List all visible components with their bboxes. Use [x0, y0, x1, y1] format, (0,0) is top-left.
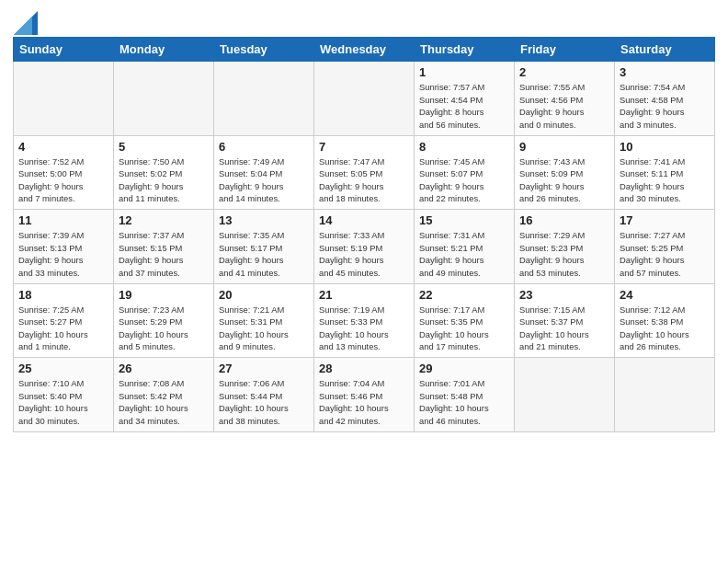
cell-info: Sunrise: 7:41 AM Sunset: 5:11 PM Dayligh…	[620, 155, 710, 206]
calendar-cell: 14Sunrise: 7:33 AM Sunset: 5:19 PM Dayli…	[314, 210, 415, 284]
day-number: 23	[519, 288, 609, 302]
col-tuesday: Tuesday	[214, 38, 314, 62]
calendar-cell: 10Sunrise: 7:41 AM Sunset: 5:11 PM Dayli…	[615, 135, 715, 210]
day-number: 7	[319, 140, 409, 154]
calendar-cell: 25Sunrise: 7:10 AM Sunset: 5:40 PM Dayli…	[14, 358, 114, 432]
calendar-cell: 20Sunrise: 7:21 AM Sunset: 5:31 PM Dayli…	[214, 283, 314, 358]
cell-info: Sunrise: 7:06 AM Sunset: 5:44 PM Dayligh…	[219, 377, 309, 428]
calendar-cell: 6Sunrise: 7:49 AM Sunset: 5:04 PM Daylig…	[214, 135, 314, 210]
calendar-cell	[114, 62, 214, 136]
cell-info: Sunrise: 7:57 AM Sunset: 4:54 PM Dayligh…	[419, 81, 509, 132]
day-number: 3	[620, 65, 710, 79]
calendar-cell	[214, 62, 314, 136]
cell-info: Sunrise: 7:23 AM Sunset: 5:29 PM Dayligh…	[119, 304, 209, 354]
calendar-cell: 5Sunrise: 7:50 AM Sunset: 5:02 PM Daylig…	[114, 135, 214, 210]
calendar-cell: 28Sunrise: 7:04 AM Sunset: 5:46 PM Dayli…	[314, 358, 415, 432]
calendar-table: Sunday Monday Tuesday Wednesday Thursday…	[13, 37, 715, 432]
calendar-week-2: 4Sunrise: 7:52 AM Sunset: 5:00 PM Daylig…	[14, 135, 715, 210]
cell-info: Sunrise: 7:49 AM Sunset: 5:04 PM Dayligh…	[219, 155, 309, 206]
calendar-header-row: Sunday Monday Tuesday Wednesday Thursday…	[14, 38, 715, 62]
day-number: 13	[219, 213, 309, 227]
day-number: 9	[519, 140, 609, 154]
col-wednesday: Wednesday	[314, 38, 415, 62]
day-number: 17	[620, 213, 710, 227]
cell-info: Sunrise: 7:19 AM Sunset: 5:33 PM Dayligh…	[319, 304, 409, 354]
day-number: 26	[119, 362, 209, 375]
cell-info: Sunrise: 7:31 AM Sunset: 5:21 PM Dayligh…	[419, 229, 509, 280]
day-number: 29	[419, 362, 509, 375]
calendar-cell: 8Sunrise: 7:45 AM Sunset: 5:07 PM Daylig…	[415, 135, 515, 210]
calendar-cell: 2Sunrise: 7:55 AM Sunset: 4:56 PM Daylig…	[515, 62, 615, 136]
cell-info: Sunrise: 7:39 AM Sunset: 5:13 PM Dayligh…	[18, 229, 108, 280]
day-number: 11	[18, 213, 108, 227]
cell-info: Sunrise: 7:33 AM Sunset: 5:19 PM Dayligh…	[319, 229, 409, 280]
calendar-cell: 11Sunrise: 7:39 AM Sunset: 5:13 PM Dayli…	[14, 210, 114, 284]
calendar-cell: 22Sunrise: 7:17 AM Sunset: 5:35 PM Dayli…	[415, 283, 515, 358]
svg-marker-1	[14, 17, 32, 35]
calendar-cell: 1Sunrise: 7:57 AM Sunset: 4:54 PM Daylig…	[415, 62, 515, 136]
calendar-cell: 4Sunrise: 7:52 AM Sunset: 5:00 PM Daylig…	[14, 135, 114, 210]
col-monday: Monday	[114, 38, 214, 62]
day-number: 14	[319, 213, 409, 227]
header	[13, 9, 715, 31]
day-number: 27	[219, 362, 309, 375]
cell-info: Sunrise: 7:27 AM Sunset: 5:25 PM Dayligh…	[620, 229, 710, 280]
calendar-week-1: 1Sunrise: 7:57 AM Sunset: 4:54 PM Daylig…	[14, 62, 715, 136]
col-thursday: Thursday	[415, 38, 515, 62]
day-number: 19	[119, 288, 209, 302]
logo	[13, 13, 38, 31]
cell-info: Sunrise: 7:08 AM Sunset: 5:42 PM Dayligh…	[119, 377, 209, 428]
day-number: 2	[519, 65, 609, 79]
calendar-cell: 16Sunrise: 7:29 AM Sunset: 5:23 PM Dayli…	[515, 210, 615, 284]
calendar-cell: 15Sunrise: 7:31 AM Sunset: 5:21 PM Dayli…	[415, 210, 515, 284]
day-number: 28	[319, 362, 409, 375]
day-number: 24	[620, 288, 710, 302]
logo-icon	[14, 11, 38, 35]
col-saturday: Saturday	[615, 38, 715, 62]
day-number: 20	[219, 288, 309, 302]
calendar-cell	[615, 358, 715, 432]
calendar-cell: 17Sunrise: 7:27 AM Sunset: 5:25 PM Dayli…	[615, 210, 715, 284]
calendar-cell: 9Sunrise: 7:43 AM Sunset: 5:09 PM Daylig…	[515, 135, 615, 210]
calendar-cell: 13Sunrise: 7:35 AM Sunset: 5:17 PM Dayli…	[214, 210, 314, 284]
cell-info: Sunrise: 7:17 AM Sunset: 5:35 PM Dayligh…	[419, 304, 509, 354]
cell-info: Sunrise: 7:55 AM Sunset: 4:56 PM Dayligh…	[519, 81, 609, 132]
cell-info: Sunrise: 7:47 AM Sunset: 5:05 PM Dayligh…	[319, 155, 409, 206]
calendar-week-3: 11Sunrise: 7:39 AM Sunset: 5:13 PM Dayli…	[14, 210, 715, 284]
calendar-cell: 19Sunrise: 7:23 AM Sunset: 5:29 PM Dayli…	[114, 283, 214, 358]
cell-info: Sunrise: 7:54 AM Sunset: 4:58 PM Dayligh…	[620, 81, 710, 132]
page-container: Sunday Monday Tuesday Wednesday Thursday…	[0, 0, 728, 442]
calendar-cell: 3Sunrise: 7:54 AM Sunset: 4:58 PM Daylig…	[615, 62, 715, 136]
cell-info: Sunrise: 7:50 AM Sunset: 5:02 PM Dayligh…	[119, 155, 209, 206]
cell-info: Sunrise: 7:12 AM Sunset: 5:38 PM Dayligh…	[620, 304, 710, 354]
calendar-cell: 18Sunrise: 7:25 AM Sunset: 5:27 PM Dayli…	[14, 283, 114, 358]
cell-info: Sunrise: 7:10 AM Sunset: 5:40 PM Dayligh…	[18, 377, 108, 428]
calendar-cell: 7Sunrise: 7:47 AM Sunset: 5:05 PM Daylig…	[314, 135, 415, 210]
calendar-week-4: 18Sunrise: 7:25 AM Sunset: 5:27 PM Dayli…	[14, 283, 715, 358]
cell-info: Sunrise: 7:37 AM Sunset: 5:15 PM Dayligh…	[119, 229, 209, 280]
day-number: 10	[620, 140, 710, 154]
calendar-cell: 26Sunrise: 7:08 AM Sunset: 5:42 PM Dayli…	[114, 358, 214, 432]
day-number: 16	[519, 213, 609, 227]
day-number: 21	[319, 288, 409, 302]
day-number: 6	[219, 140, 309, 154]
cell-info: Sunrise: 7:35 AM Sunset: 5:17 PM Dayligh…	[219, 229, 309, 280]
day-number: 1	[419, 65, 509, 79]
day-number: 12	[119, 213, 209, 227]
day-number: 18	[18, 288, 108, 302]
calendar-cell: 24Sunrise: 7:12 AM Sunset: 5:38 PM Dayli…	[615, 283, 715, 358]
cell-info: Sunrise: 7:04 AM Sunset: 5:46 PM Dayligh…	[319, 377, 409, 428]
calendar-cell: 21Sunrise: 7:19 AM Sunset: 5:33 PM Dayli…	[314, 283, 415, 358]
calendar-cell	[515, 358, 615, 432]
calendar-cell: 29Sunrise: 7:01 AM Sunset: 5:48 PM Dayli…	[415, 358, 515, 432]
day-number: 15	[419, 213, 509, 227]
cell-info: Sunrise: 7:29 AM Sunset: 5:23 PM Dayligh…	[519, 229, 609, 280]
day-number: 22	[419, 288, 509, 302]
calendar-cell: 12Sunrise: 7:37 AM Sunset: 5:15 PM Dayli…	[114, 210, 214, 284]
day-number: 25	[18, 362, 108, 375]
calendar-week-5: 25Sunrise: 7:10 AM Sunset: 5:40 PM Dayli…	[14, 358, 715, 432]
cell-info: Sunrise: 7:01 AM Sunset: 5:48 PM Dayligh…	[419, 377, 509, 428]
cell-info: Sunrise: 7:45 AM Sunset: 5:07 PM Dayligh…	[419, 155, 509, 206]
col-friday: Friday	[515, 38, 615, 62]
day-number: 4	[18, 140, 108, 154]
